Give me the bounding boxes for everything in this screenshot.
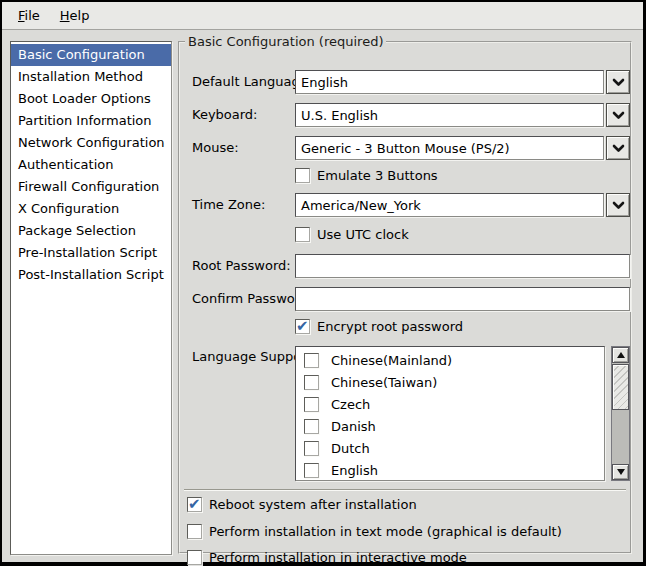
interactive-mode-install-label: Perform installation in interactive mode — [209, 550, 467, 565]
language-option-row[interactable]: English — [296, 459, 604, 481]
interactive-mode-install-checkbox-row[interactable]: Perform installation in interactive mode — [187, 549, 467, 565]
time-zone-combobox[interactable]: America/New_York — [295, 193, 630, 217]
confirm-password-input[interactable] — [295, 287, 630, 311]
chevron-down-icon — [612, 144, 625, 153]
basic-configuration-group: Basic Configuration (required) Default L… — [178, 34, 632, 554]
horizontal-separator — [184, 489, 626, 491]
time-zone-label: Time Zone: — [192, 197, 265, 212]
text-mode-install-label: Perform installation in text mode (graph… — [209, 524, 562, 539]
chevron-down-icon — [612, 111, 625, 120]
default-language-combobox[interactable]: English — [295, 70, 630, 94]
emulate-3-buttons-label: Emulate 3 Buttons — [317, 168, 438, 183]
keyboard-label: Keyboard: — [192, 107, 258, 122]
sidebar-item-pre-installation-script[interactable]: Pre-Installation Script — [11, 242, 171, 264]
encrypt-root-password-checkbox[interactable] — [295, 319, 310, 334]
scrollbar-thumb[interactable] — [612, 364, 629, 410]
language-checkbox[interactable] — [304, 397, 319, 412]
menu-bar: File Help — [2, 2, 643, 30]
chevron-down-icon — [612, 78, 625, 87]
language-option-label: Danish — [331, 419, 376, 434]
language-option-row[interactable]: Chinese(Mainland) — [296, 349, 604, 371]
emulate-3-buttons-checkbox-row[interactable]: Emulate 3 Buttons — [295, 167, 438, 183]
time-zone-value[interactable]: America/New_York — [295, 193, 604, 217]
arrow-down-icon — [617, 469, 625, 475]
use-utc-checkbox[interactable] — [295, 227, 310, 242]
sidebar-item-x-configuration[interactable]: X Configuration — [11, 198, 171, 220]
mouse-label: Mouse: — [192, 140, 239, 155]
section-list: Basic Configuration Installation Method … — [10, 41, 172, 555]
keyboard-value[interactable]: U.S. English — [295, 103, 604, 127]
sidebar-item-authentication[interactable]: Authentication — [11, 154, 171, 176]
time-zone-dropdown-button[interactable] — [606, 193, 630, 217]
sidebar-item-network-configuration[interactable]: Network Configuration — [11, 132, 171, 154]
language-option-label: Czech — [331, 397, 370, 412]
encrypt-root-password-checkbox-row[interactable]: Encrypt root password — [295, 318, 463, 334]
language-option-row[interactable]: Dutch — [296, 437, 604, 459]
sidebar-item-package-selection[interactable]: Package Selection — [11, 220, 171, 242]
encrypt-root-password-label: Encrypt root password — [317, 319, 463, 334]
reboot-after-install-label: Reboot system after installation — [209, 497, 417, 512]
language-option-row[interactable]: Chinese(Taiwan) — [296, 371, 604, 393]
language-checkbox[interactable] — [304, 441, 319, 456]
language-option-row[interactable]: Czech — [296, 393, 604, 415]
text-mode-install-checkbox-row[interactable]: Perform installation in text mode (graph… — [187, 523, 562, 539]
use-utc-checkbox-row[interactable]: Use UTC clock — [295, 226, 409, 242]
sidebar-item-basic-configuration[interactable]: Basic Configuration — [11, 44, 171, 66]
language-option-label: English — [331, 463, 378, 478]
language-checkbox[interactable] — [304, 419, 319, 434]
language-support-list: Chinese(Mainland) Chinese(Taiwan) Czech … — [295, 346, 605, 481]
language-checkbox[interactable] — [304, 353, 319, 368]
language-option-label: Chinese(Mainland) — [331, 353, 452, 368]
emulate-3-buttons-checkbox[interactable] — [295, 168, 310, 183]
sidebar-item-installation-method[interactable]: Installation Method — [11, 66, 171, 88]
main-content: Basic Configuration Installation Method … — [2, 31, 643, 562]
reboot-after-install-checkbox-row[interactable]: Reboot system after installation — [187, 496, 417, 512]
keyboard-dropdown-button[interactable] — [606, 103, 630, 127]
language-support-scrollbar[interactable] — [611, 346, 630, 481]
sidebar-item-post-installation-script[interactable]: Post-Installation Script — [11, 264, 171, 286]
menu-file[interactable]: File — [8, 5, 50, 26]
keyboard-combobox[interactable]: U.S. English — [295, 103, 630, 127]
root-password-input[interactable] — [295, 254, 630, 278]
mouse-dropdown-button[interactable] — [606, 136, 630, 160]
mouse-combobox[interactable]: Generic - 3 Button Mouse (PS/2) — [295, 136, 630, 160]
scroll-up-button[interactable] — [612, 347, 629, 363]
menu-help[interactable]: Help — [50, 5, 100, 26]
sidebar-item-partition-information[interactable]: Partition Information — [11, 110, 171, 132]
group-title: Basic Configuration (required) — [185, 34, 386, 49]
sidebar-item-boot-loader-options[interactable]: Boot Loader Options — [11, 88, 171, 110]
default-language-dropdown-button[interactable] — [606, 70, 630, 94]
language-option-label: Chinese(Taiwan) — [331, 375, 437, 390]
chevron-down-icon — [612, 201, 625, 210]
arrow-up-icon — [617, 352, 625, 358]
language-checkbox[interactable] — [304, 375, 319, 390]
default-language-value[interactable]: English — [295, 70, 604, 94]
scrollbar-trough[interactable] — [612, 410, 629, 464]
interactive-mode-install-checkbox[interactable] — [187, 550, 202, 565]
use-utc-label: Use UTC clock — [317, 227, 409, 242]
sidebar-item-firewall-configuration[interactable]: Firewall Configuration — [11, 176, 171, 198]
text-mode-install-checkbox[interactable] — [187, 524, 202, 539]
reboot-after-install-checkbox[interactable] — [187, 497, 202, 512]
mouse-value[interactable]: Generic - 3 Button Mouse (PS/2) — [295, 136, 604, 160]
language-checkbox[interactable] — [304, 463, 319, 478]
scroll-down-button[interactable] — [612, 464, 629, 480]
language-option-label: Dutch — [331, 441, 370, 456]
kickstart-configurator-window: File Help Basic Configuration Installati… — [0, 0, 646, 566]
language-option-row[interactable]: Danish — [296, 415, 604, 437]
root-password-label: Root Password: — [192, 258, 291, 273]
